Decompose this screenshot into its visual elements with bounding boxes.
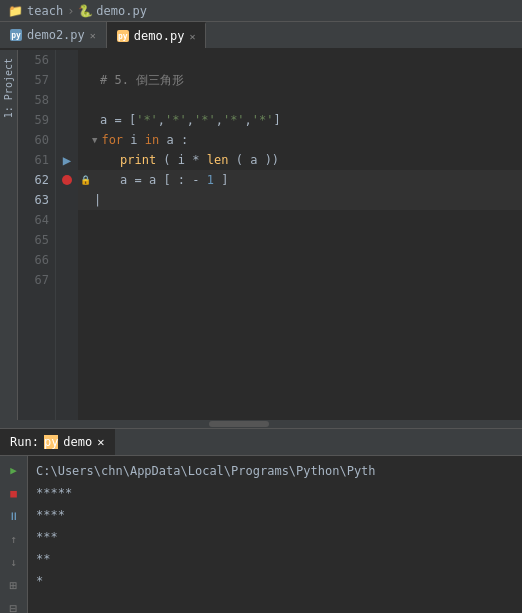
run-tab-file: demo — [63, 435, 92, 449]
code-var-a2: a — [166, 133, 173, 147]
output-line-1: ***** — [36, 482, 514, 504]
line-66: 66 — [18, 250, 55, 270]
scroll-down-button[interactable]: ↓ — [4, 552, 24, 572]
code-line-64 — [78, 210, 522, 230]
debug-61: ▶ — [56, 150, 78, 170]
line-57: 57 — [18, 70, 55, 90]
code-comment-57: # 5. 倒三角形 — [100, 73, 184, 87]
line-numbers: 56 57 58 59 60 61 62 63 64 65 66 67 — [18, 50, 56, 420]
breadcrumb-file: demo.py — [96, 4, 147, 18]
tab-label-active: demo.py — [134, 29, 185, 43]
pause-button[interactable]: ⏸ — [4, 506, 24, 526]
editor-container: 1: Project 56 57 58 59 60 61 62 63 64 65… — [0, 50, 522, 420]
debug-57 — [56, 70, 78, 90]
code-line-56 — [78, 50, 522, 70]
debug-64 — [56, 210, 78, 230]
close-icon-active[interactable]: ✕ — [189, 31, 195, 42]
project-panel: 1: Project — [0, 50, 18, 420]
code-op-colon: : — [181, 133, 188, 147]
py-icon: py — [10, 29, 22, 41]
debug-67 — [56, 270, 78, 290]
code-line-58 — [78, 90, 522, 110]
line-65: 65 — [18, 230, 55, 250]
output-line-2: **** — [36, 504, 514, 526]
output-line-3: *** — [36, 526, 514, 548]
output-path: C:\Users\chn\AppData\Local\Programs\Pyth… — [36, 460, 514, 482]
breadcrumb-separator: › — [67, 4, 74, 18]
folder-icon: 📁 — [8, 4, 23, 18]
code-fn-print: print — [120, 153, 156, 167]
debug-60 — [56, 130, 78, 150]
line-62: 62 — [18, 170, 55, 190]
fold-arrow-60[interactable]: ▼ — [92, 135, 97, 145]
cursor-63: | — [94, 193, 101, 207]
code-line-62: 🔒 a = a [ : - 1 ] — [78, 170, 522, 190]
run-tab-bar: Run: py demo ✕ — [0, 429, 522, 456]
code-line-61: print ( i * len ( a )) — [78, 150, 522, 170]
line-64: 64 — [18, 210, 55, 230]
close-icon[interactable]: ✕ — [90, 30, 96, 41]
code-line-63: | — [78, 190, 522, 210]
format-button[interactable]: ⊞ — [4, 575, 24, 595]
code-kw-for: for — [101, 133, 130, 147]
code-kw-in: in — [145, 133, 167, 147]
stop-button[interactable]: ■ — [4, 483, 24, 503]
run-close-icon[interactable]: ✕ — [97, 435, 104, 449]
debug-59 — [56, 110, 78, 130]
run-toolbar: ▶ ■ ⏸ ↑ ↓ ⊞ ⊟ 📋 📌 🗑 — [0, 456, 28, 613]
code-str-1: '*' — [136, 113, 158, 127]
run-output: C:\Users\chn\AppData\Local\Programs\Pyth… — [28, 456, 522, 613]
code-line-59: a = ['*','*','*','*','*'] — [78, 110, 522, 130]
debug-58 — [56, 90, 78, 110]
debug-66 — [56, 250, 78, 270]
project-panel-label[interactable]: 1: Project — [3, 54, 14, 122]
code-var-a: a — [100, 113, 114, 127]
debug-63 — [56, 190, 78, 210]
line-61: 61 — [18, 150, 55, 170]
code-line-65 — [78, 230, 522, 250]
tab-demo2[interactable]: py demo2.py ✕ — [0, 22, 107, 48]
breadcrumb-folder: teach — [27, 4, 63, 18]
run-label: Run: — [10, 435, 39, 449]
line-58: 58 — [18, 90, 55, 110]
file-icon: 🐍 — [78, 4, 93, 18]
py-icon-active: py — [117, 30, 129, 42]
run-button[interactable]: ▶ — [4, 460, 24, 480]
code-line-66 — [78, 250, 522, 270]
code-op-eq: = — [114, 113, 121, 127]
scrollbar-thumb[interactable] — [209, 421, 269, 427]
horizontal-scrollbar[interactable] — [0, 420, 522, 428]
code-line-67 — [78, 270, 522, 290]
debug-62-bp[interactable] — [56, 170, 78, 190]
collapse-button[interactable]: ⊟ — [4, 598, 24, 613]
run-panel: Run: py demo ✕ ▶ ■ ⏸ ↑ ↓ ⊞ ⊟ 📋 📌 🗑 C:\Us… — [0, 428, 522, 613]
line-59: 59 — [18, 110, 55, 130]
output-line-5: * — [36, 570, 514, 592]
run-content: ▶ ■ ⏸ ↑ ↓ ⊞ ⊟ 📋 📌 🗑 C:\Users\chn\AppData… — [0, 456, 522, 613]
output-line-4: ** — [36, 548, 514, 570]
breadcrumb: 📁 teach › 🐍 demo.py — [0, 0, 522, 22]
line-60: 60 — [18, 130, 55, 150]
line-67: 67 — [18, 270, 55, 290]
lock-icon-62: 🔒 — [80, 175, 91, 185]
line-63: 63 — [18, 190, 55, 210]
code-var-i: i — [130, 133, 144, 147]
code-line-57: # 5. 倒三角形 — [78, 70, 522, 90]
tab-bar: py demo2.py ✕ py demo.py ✕ — [0, 22, 522, 50]
code-line-60: ▼ for i in a : — [78, 130, 522, 150]
line-56: 56 — [18, 50, 55, 70]
debug-column: ▶ — [56, 50, 78, 420]
tab-label: demo2.py — [27, 28, 85, 42]
debug-56 — [56, 50, 78, 70]
tab-demo[interactable]: py demo.py ✕ — [107, 22, 207, 48]
run-tab-demo[interactable]: Run: py demo ✕ — [0, 429, 115, 455]
debug-65 — [56, 230, 78, 250]
scroll-up-button[interactable]: ↑ — [4, 529, 24, 549]
code-area[interactable]: # 5. 倒三角形 a = ['*','*','*','*','*'] ▼ fo… — [78, 50, 522, 420]
run-py-icon: py — [44, 435, 58, 449]
